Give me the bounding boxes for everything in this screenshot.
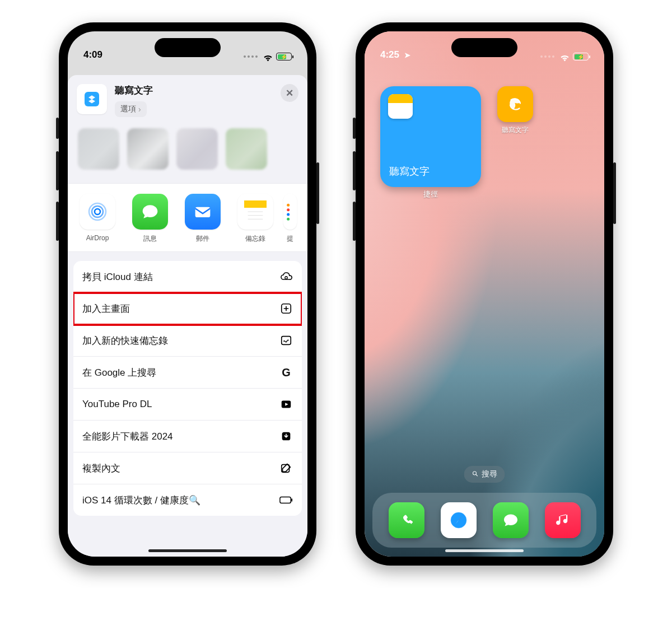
search-icon bbox=[472, 470, 479, 479]
share-sheet-header: 聽寫文字 選項 › ✕ bbox=[68, 75, 307, 123]
mail-icon bbox=[185, 194, 221, 230]
close-icon: ✕ bbox=[286, 87, 293, 99]
svg-rect-3 bbox=[195, 207, 211, 217]
cellular-dots-icon bbox=[244, 55, 258, 58]
action-label: 加入新的快速備忘錄 bbox=[82, 334, 168, 347]
shortcut-app-icon bbox=[77, 84, 107, 114]
dock-app-music[interactable] bbox=[545, 502, 581, 538]
share-sheet-title: 聽寫文字 bbox=[115, 84, 298, 97]
close-button[interactable]: ✕ bbox=[281, 84, 298, 102]
shortcuts-widget[interactable]: 聽寫文字 bbox=[380, 86, 481, 187]
share-apps-row: AirDrop 訊息 郵件 bbox=[68, 183, 307, 252]
messages-icon bbox=[132, 194, 168, 230]
notes-mini-icon bbox=[388, 94, 413, 119]
home-app-label: 聽寫文字 bbox=[492, 125, 538, 135]
svg-rect-4 bbox=[244, 200, 267, 208]
svg-rect-15 bbox=[282, 337, 291, 345]
suggested-contact[interactable] bbox=[78, 128, 119, 170]
svg-rect-20 bbox=[291, 498, 292, 502]
action-add-to-home[interactable]: 加入主畫面 bbox=[73, 293, 302, 325]
status-time: 4:09 bbox=[83, 49, 102, 60]
play-square-icon bbox=[279, 398, 293, 411]
plus-square-icon bbox=[279, 302, 293, 315]
dock-app-safari[interactable] bbox=[441, 502, 477, 538]
suggested-contact[interactable] bbox=[176, 128, 218, 170]
phone-mock-right: 4:25 ➤ ⚡ 聽寫文字 捷徑 bbox=[356, 22, 613, 566]
wifi-icon bbox=[560, 53, 570, 60]
shortcut-home-icon bbox=[497, 86, 533, 122]
cellular-dots-icon bbox=[540, 55, 554, 58]
share-app-more[interactable]: 提 bbox=[282, 194, 298, 244]
cloud-link-icon bbox=[279, 270, 293, 283]
airdrop-icon bbox=[80, 194, 115, 230]
action-copy-content[interactable]: 複製內文 bbox=[73, 452, 302, 484]
widget-title: 聽寫文字 bbox=[389, 165, 430, 178]
dynamic-island bbox=[451, 38, 517, 57]
action-label: 在 Google 上搜尋 bbox=[82, 366, 156, 379]
home-app-shortcut[interactable]: 聽寫文字 bbox=[492, 86, 538, 135]
action-label: 全能影片下載器 2024 bbox=[82, 430, 173, 443]
action-label: 拷貝 iCloud 連結 bbox=[82, 270, 153, 283]
share-sheet: 聽寫文字 選項 › ✕ bbox=[68, 75, 307, 557]
share-app-notes[interactable]: 備忘錄 bbox=[229, 194, 282, 244]
compose-icon bbox=[279, 461, 293, 475]
action-ios14-battery[interactable]: iOS 14 循環次數 / 健康度🔍 bbox=[73, 484, 302, 516]
suggested-contacts-row bbox=[68, 123, 307, 183]
phone-mock-left: 4:09 ⚡ 聽寫文字 bbox=[59, 22, 316, 566]
action-label: 複製內文 bbox=[82, 462, 120, 475]
suggested-contact[interactable] bbox=[226, 128, 267, 170]
dock-app-messages[interactable] bbox=[493, 502, 529, 538]
suggested-contact[interactable] bbox=[127, 128, 169, 170]
chevron-right-icon: › bbox=[138, 105, 141, 114]
action-label: 加入主畫面 bbox=[82, 302, 130, 315]
download-icon bbox=[279, 429, 293, 443]
action-label: iOS 14 循環次數 / 健康度🔍 bbox=[82, 494, 200, 507]
dock bbox=[372, 493, 596, 548]
svg-point-13 bbox=[285, 277, 287, 279]
google-icon: G bbox=[279, 366, 293, 379]
options-button[interactable]: 選項 › bbox=[115, 101, 147, 117]
battery-hollow-icon bbox=[279, 493, 293, 507]
dynamic-island bbox=[155, 38, 221, 57]
status-time: 4:25 bbox=[380, 49, 399, 60]
share-app-mail[interactable]: 郵件 bbox=[176, 194, 229, 244]
wifi-icon bbox=[263, 53, 273, 60]
svg-point-1 bbox=[92, 206, 103, 217]
widget-caption: 捷徑 bbox=[380, 189, 481, 199]
share-app-label: AirDrop bbox=[71, 234, 124, 242]
share-app-label: 提 bbox=[282, 234, 298, 244]
notes-icon bbox=[237, 194, 273, 230]
reminders-icon bbox=[283, 194, 297, 230]
options-label: 選項 bbox=[120, 104, 136, 114]
svg-point-0 bbox=[95, 209, 100, 214]
spotlight-search[interactable]: 搜尋 bbox=[464, 466, 505, 483]
home-indicator[interactable] bbox=[148, 549, 227, 552]
action-label: YouTube Pro DL bbox=[82, 399, 152, 410]
actions-list: 拷貝 iCloud 連結 加入主畫面 加入新的快速備忘錄 bbox=[73, 261, 302, 516]
share-app-label: 郵件 bbox=[176, 234, 229, 244]
svg-point-12 bbox=[287, 218, 290, 221]
location-icon: ➤ bbox=[404, 51, 410, 59]
action-copy-icloud-link[interactable]: 拷貝 iCloud 連結 bbox=[73, 261, 302, 293]
battery-icon: ⚡ bbox=[573, 53, 589, 60]
action-search-google[interactable]: 在 Google 上搜尋 G bbox=[73, 357, 302, 389]
search-label: 搜尋 bbox=[482, 469, 497, 479]
dock-app-phone[interactable] bbox=[389, 502, 424, 538]
action-downloader-2024[interactable]: 全能影片下載器 2024 bbox=[73, 421, 302, 452]
share-app-label: 備忘錄 bbox=[229, 234, 282, 244]
action-youtube-pro-dl[interactable]: YouTube Pro DL bbox=[73, 389, 302, 421]
share-app-label: 訊息 bbox=[124, 234, 176, 244]
svg-rect-19 bbox=[280, 497, 291, 503]
home-indicator[interactable] bbox=[445, 549, 524, 552]
action-add-quick-note[interactable]: 加入新的快速備忘錄 bbox=[73, 325, 302, 357]
share-app-messages[interactable]: 訊息 bbox=[124, 194, 176, 244]
svg-point-21 bbox=[473, 471, 477, 475]
svg-point-10 bbox=[287, 208, 290, 211]
share-app-airdrop[interactable]: AirDrop bbox=[71, 194, 124, 244]
svg-point-11 bbox=[287, 213, 290, 216]
battery-icon: ⚡ bbox=[276, 53, 292, 60]
svg-point-9 bbox=[287, 204, 290, 207]
quick-note-icon bbox=[279, 334, 293, 347]
